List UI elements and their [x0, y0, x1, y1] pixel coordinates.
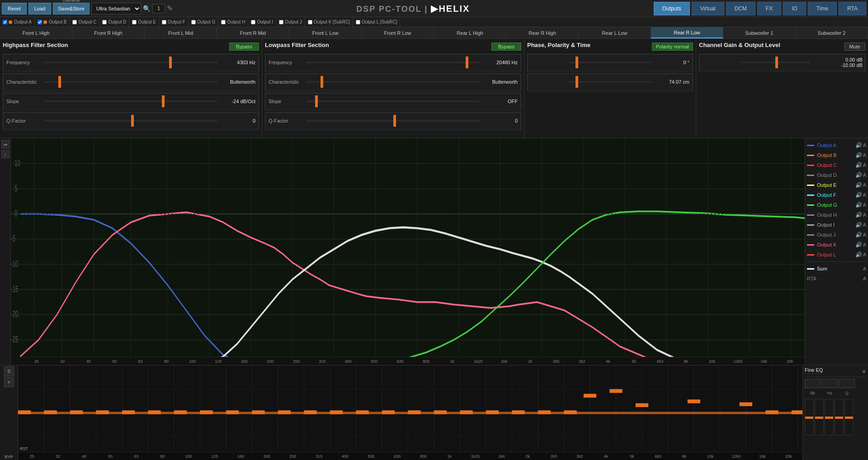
channel-btn-0[interactable]: Front L High	[0, 27, 72, 38]
legend-item-8[interactable]: Output I🔊A	[807, 220, 866, 230]
output-tab-checkbox-0[interactable]	[3, 20, 7, 24]
search-icon[interactable]: 🔍	[143, 5, 151, 12]
output-tab-11[interactable]: Output L [SubRC]	[353, 17, 401, 27]
output-tab-checkbox-1[interactable]	[38, 20, 42, 24]
fine-eq-bar2[interactable]	[815, 399, 824, 435]
fine-eq-val2[interactable]: 25	[822, 379, 838, 388]
legend-speaker-0[interactable]: 🔊	[855, 142, 862, 148]
legend-item-0[interactable]: Output A🔊A	[807, 140, 866, 150]
channel-btn-7[interactable]: Rear R High	[506, 27, 579, 38]
fine-eq-bar5[interactable]	[844, 399, 854, 435]
output-tab-checkbox-6[interactable]	[191, 20, 196, 24]
eq-collapse-icon[interactable]: ≡	[4, 377, 14, 387]
channel-btn-5[interactable]: Front R Low	[362, 27, 434, 38]
legend-item-3[interactable]: Output D🔊A	[807, 170, 866, 180]
output-tab-checkbox-7[interactable]	[221, 20, 226, 24]
nav-fx-button[interactable]: FX	[757, 2, 781, 15]
legend-speaker-4[interactable]: 🔊	[855, 182, 862, 188]
channel-btn-2[interactable]: Front L Mid	[145, 27, 217, 38]
output-tab-0[interactable]: Output A	[0, 17, 35, 27]
output-tab-10[interactable]: Output K [SubRC]	[305, 17, 353, 27]
fine-eq-bar1[interactable]	[805, 399, 814, 435]
rst-label[interactable]: RST	[20, 446, 28, 451]
output-tab-checkbox-2[interactable]	[72, 20, 77, 24]
load-button[interactable]: Load	[28, 3, 51, 14]
highpass-bypass-button[interactable]: Bypass	[229, 43, 259, 51]
output-tab-checkbox-4[interactable]	[132, 20, 137, 24]
output-tab-checkbox-11[interactable]	[356, 20, 360, 24]
channel-btn-6[interactable]: Rear L High	[434, 27, 506, 38]
hp-char-label: Characteristic	[4, 79, 44, 85]
output-tab-checkbox-8[interactable]	[251, 20, 255, 24]
nav-io-button[interactable]: IO	[783, 2, 806, 15]
legend-item-12[interactable]: SumA	[807, 264, 866, 274]
legend-speaker-5[interactable]: 🔊	[855, 192, 862, 198]
legend-item-10[interactable]: Output K🔊A	[807, 240, 866, 250]
legend-item-4[interactable]: Output E🔊A	[807, 180, 866, 190]
edit-icon[interactable]: ✎	[167, 4, 173, 13]
nav-time-button[interactable]: Time	[808, 2, 837, 15]
channel-btn-9[interactable]: Rear R Low	[651, 27, 723, 38]
channel-btn-11[interactable]: Subwoofer 2	[796, 27, 868, 38]
fine-eq-bar3[interactable]	[825, 399, 834, 435]
output-tab-6[interactable]: Output G	[189, 17, 219, 27]
output-tab-checkbox-10[interactable]	[308, 20, 312, 24]
hp-qfactor-value: 0	[217, 118, 258, 123]
legend-speaker-11[interactable]: 🔊	[855, 251, 862, 258]
graph-zoom-icon[interactable]: ↕	[1, 150, 9, 158]
reset-button[interactable]: Reset	[2, 3, 27, 14]
svg-text:-10: -10	[11, 258, 18, 268]
output-tab-checkbox-9[interactable]	[279, 20, 283, 24]
nav-rta-button[interactable]: RTA	[839, 2, 866, 15]
legend-item-2[interactable]: Output C🔊A	[807, 160, 866, 170]
mute-button[interactable]: Mute	[844, 43, 865, 51]
legend-speaker-8[interactable]: 🔊	[855, 222, 862, 228]
legend-item-9[interactable]: Output J🔊A	[807, 230, 866, 240]
save-store-button[interactable]: Save&Store	[53, 3, 90, 14]
output-tab-9[interactable]: Output J	[276, 17, 305, 27]
fine-eq-bar4[interactable]	[835, 399, 844, 435]
legend-item-1[interactable]: Output B🔊A	[807, 150, 866, 160]
nav-virtual-button[interactable]: Virtual	[692, 2, 724, 15]
eq-expand-icon[interactable]: ☰	[4, 366, 14, 376]
graph-x-label-15: 800	[413, 359, 439, 364]
fine-eq-val3[interactable]: 4.3	[839, 379, 855, 388]
preset-number-input[interactable]: 1	[152, 4, 165, 13]
output-tab-4[interactable]: Output E	[129, 17, 159, 27]
legend-item-5[interactable]: Output F🔊A	[807, 190, 866, 200]
output-tab-3[interactable]: Output D	[99, 17, 129, 27]
polarity-button[interactable]: Polarity normal	[652, 43, 693, 51]
legend-item-6[interactable]: Output G🔊A	[807, 200, 866, 210]
legend-rta[interactable]: RTAA	[807, 274, 866, 284]
output-tab-2[interactable]: Output C	[70, 17, 99, 27]
channel-btn-8[interactable]: Rear L Low	[579, 27, 651, 38]
legend-speaker-7[interactable]: 🔊	[855, 212, 862, 218]
output-tab-checkbox-3[interactable]	[102, 20, 107, 24]
lowpass-bypass-button[interactable]: Bypass	[491, 43, 521, 51]
legend-speaker-9[interactable]: 🔊	[855, 232, 862, 238]
output-tab-8[interactable]: Output I	[248, 17, 276, 27]
legend-speaker-3[interactable]: 🔊	[855, 172, 862, 178]
nav-dcm-button[interactable]: DCM	[726, 2, 755, 15]
legend-speaker-1[interactable]: 🔊	[855, 152, 862, 158]
phase-slider2	[569, 74, 651, 90]
channel-btn-1[interactable]: Front R High	[72, 27, 145, 38]
fine-eq-val1[interactable]: 0	[805, 379, 821, 388]
output-tab-1[interactable]: Output B	[35, 17, 70, 27]
legend-item-11[interactable]: Output L🔊A	[807, 250, 866, 260]
preset-select[interactable]: Ultra Sebastian	[91, 3, 141, 14]
output-tab-checkbox-5[interactable]	[162, 20, 166, 24]
legend-speaker-10[interactable]: 🔊	[855, 242, 862, 248]
output-tab-5[interactable]: Output F	[159, 17, 189, 27]
byp-label[interactable]: BYP	[5, 455, 13, 459]
channel-btn-3[interactable]: Front R Mid	[217, 27, 289, 38]
fine-eq-close-icon[interactable]: ✕	[862, 369, 866, 375]
legend-speaker-2[interactable]: 🔊	[855, 162, 862, 168]
output-tab-7[interactable]: Output H	[218, 17, 248, 27]
legend-item-7[interactable]: Output H🔊A	[807, 210, 866, 220]
channel-btn-4[interactable]: Front L Low	[289, 27, 362, 38]
graph-expand-icon[interactable]: ⇔	[1, 140, 9, 148]
nav-outputs-button[interactable]: Outputs	[654, 2, 690, 15]
channel-btn-10[interactable]: Subwoofer 1	[723, 27, 796, 38]
legend-speaker-6[interactable]: 🔊	[855, 202, 862, 208]
